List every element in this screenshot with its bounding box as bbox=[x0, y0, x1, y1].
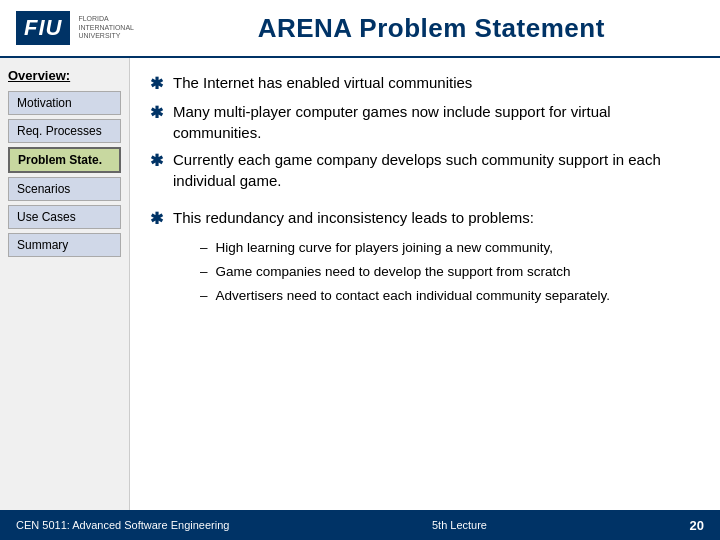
page-title: ARENA Problem Statement bbox=[158, 13, 704, 44]
overview-label: Overview: bbox=[8, 68, 121, 83]
header: FIU FLORIDA INTERNATIONAL UNIVERSITY ARE… bbox=[0, 0, 720, 58]
sub-bullet-text-1: High learning curve for players joining … bbox=[216, 239, 553, 258]
sidebar-item-use-cases[interactable]: Use Cases bbox=[8, 205, 121, 229]
sub-bullet-3: – Advertisers need to contact each indiv… bbox=[200, 287, 700, 306]
sidebar-item-problem-state[interactable]: Problem State. bbox=[8, 147, 121, 173]
sidebar-item-summary[interactable]: Summary bbox=[8, 233, 121, 257]
bullet-symbol-4: ✱ bbox=[150, 208, 163, 230]
sub-dash-3: – bbox=[200, 287, 208, 306]
bullet-symbol-3: ✱ bbox=[150, 150, 163, 172]
bullet-section-bottom: ✱ This redundancy and inconsistency lead… bbox=[150, 207, 700, 305]
bullet-text-3: Currently each game company develops suc… bbox=[173, 149, 700, 191]
slide-content: ✱ The Internet has enabled virtual commu… bbox=[130, 58, 720, 510]
bullet-4: ✱ This redundancy and inconsistency lead… bbox=[150, 207, 700, 230]
sub-bullet-text-2: Game companies need to develop the suppo… bbox=[216, 263, 571, 282]
sidebar: Overview: Motivation Req. Processes Prob… bbox=[0, 58, 130, 510]
bullet-2: ✱ Many multi-player computer games now i… bbox=[150, 101, 700, 143]
bullet-symbol-1: ✱ bbox=[150, 73, 163, 95]
logo-area: FIU FLORIDA INTERNATIONAL UNIVERSITY bbox=[16, 11, 158, 45]
sub-bullets: – High learning curve for players joinin… bbox=[200, 239, 700, 306]
sidebar-item-motivation[interactable]: Motivation bbox=[8, 91, 121, 115]
sub-dash-1: – bbox=[200, 239, 208, 258]
main-content: Overview: Motivation Req. Processes Prob… bbox=[0, 58, 720, 510]
bullet-1: ✱ The Internet has enabled virtual commu… bbox=[150, 72, 700, 95]
fiu-logo: FIU bbox=[16, 11, 70, 45]
bullet-section-top: ✱ The Internet has enabled virtual commu… bbox=[150, 72, 700, 191]
footer: CEN 5011: Advanced Software Engineering … bbox=[0, 510, 720, 540]
bullet-3: ✱ Currently each game company develops s… bbox=[150, 149, 700, 191]
sub-dash-2: – bbox=[200, 263, 208, 282]
sidebar-item-scenarios[interactable]: Scenarios bbox=[8, 177, 121, 201]
sub-bullet-text-3: Advertisers need to contact each individ… bbox=[216, 287, 610, 306]
bullet-text-2: Many multi-player computer games now inc… bbox=[173, 101, 700, 143]
sub-bullet-2: – Game companies need to develop the sup… bbox=[200, 263, 700, 282]
footer-course: CEN 5011: Advanced Software Engineering bbox=[16, 519, 229, 531]
bullet-symbol-2: ✱ bbox=[150, 102, 163, 124]
sidebar-item-req-processes[interactable]: Req. Processes bbox=[8, 119, 121, 143]
sub-bullet-1: – High learning curve for players joinin… bbox=[200, 239, 700, 258]
bullet-text-1: The Internet has enabled virtual communi… bbox=[173, 72, 472, 93]
footer-page-number: 20 bbox=[690, 518, 704, 533]
university-name: FLORIDA INTERNATIONAL UNIVERSITY bbox=[78, 15, 158, 40]
bullet-text-4: This redundancy and inconsistency leads … bbox=[173, 207, 534, 228]
footer-lecture: 5th Lecture bbox=[432, 519, 487, 531]
